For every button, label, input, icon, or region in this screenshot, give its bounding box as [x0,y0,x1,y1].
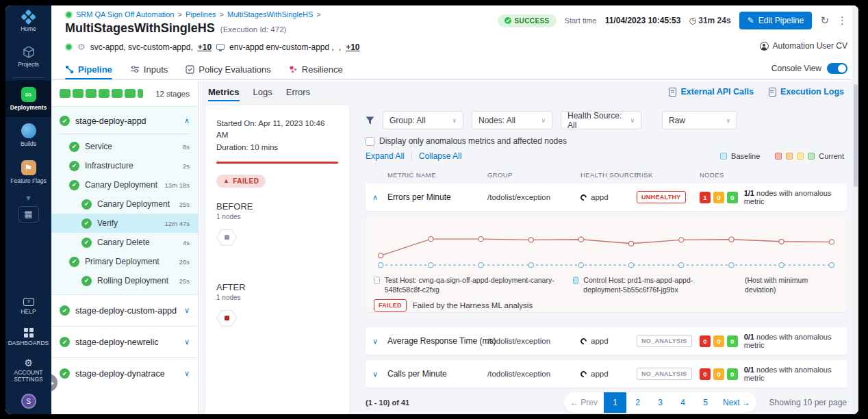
tab-resilience[interactable]: Resilience [289,59,343,79]
execution-logs-link[interactable]: Execution Logs [769,87,844,97]
col-nodes: NODES [700,171,724,179]
metric-row-avg-response-time[interactable]: ∨ Average Response Time (ms) /todolist/e… [366,327,847,355]
chevron-up-icon[interactable]: ∧ [184,116,190,125]
test-host-label: Test Host: cvng-qa-sign-off-appd-deploym… [385,275,555,294]
step-label: Infrastructure [85,161,177,170]
edit-pipeline-button[interactable]: ✎Edit Pipeline [739,12,813,29]
page-button-1[interactable]: 1 [604,392,626,413]
tab-label: Pipeline [78,64,112,75]
health-source-filter-select[interactable]: Health Source: All∨ [561,111,641,129]
refresh-icon[interactable]: ↻ [820,14,829,27]
external-api-calls-link[interactable]: External API Calls [669,87,754,97]
stage-group-dynatrace[interactable]: ✔ stage-deploy-dynatrace ∨ [51,357,198,389]
metric-row-calls-per-minute[interactable]: ∨ Calls per Minute /todolist/exception a… [366,360,847,388]
sidebar-item-label: DASHBOARDS [8,340,49,347]
breadcrumb-project[interactable]: SRM QA Sign Off Automation [76,10,174,18]
test-host-checkbox[interactable] [374,277,380,284]
success-check-icon: ✔ [60,305,70,316]
data-mode-select[interactable]: Raw∨ [662,111,737,129]
chevron-down-icon[interactable]: ∨ [372,360,378,388]
sidebar-item-help[interactable]: ? HELP [5,292,51,322]
step-service[interactable]: ✔ Service 8s [51,137,198,156]
failed-status-badge: ▲FAILED [216,175,266,188]
stage-group-newrelic[interactable]: ✔ stage-deploy-newrelic ∨ [51,326,198,357]
tab-metrics[interactable]: Metrics [208,87,240,101]
metric-chart-svg[interactable] [374,220,839,274]
scrollbar-thumb[interactable] [854,84,858,187]
group-filter-select[interactable]: Group: All∨ [383,111,463,129]
breadcrumb-separator: > [316,10,320,18]
sidebar-item-feature-flags[interactable]: ⚑ Feature Flags [5,154,51,191]
sidebar-item-home[interactable]: Home [5,5,51,39]
breadcrumb-pipelines[interactable]: Pipelines [186,10,216,18]
before-node-hexagon[interactable] [216,229,237,246]
sidebar-item-account-settings[interactable]: ⚙ ACCOUNT SETTINGS [5,353,51,390]
ml-failed-text: Failed by the Harness ML analysis [413,301,533,309]
metric-group: /todolist/exception [487,327,550,355]
red-node-chip: 1 [700,192,711,203]
tab-pipeline[interactable]: Pipeline [65,59,112,79]
tab-logs[interactable]: Logs [253,87,272,101]
vertical-scrollbar[interactable] [852,5,858,414]
current-orange-swatch [786,153,793,160]
stage-group-header[interactable]: ✔ stage-deploy-appd ∧ [51,107,198,134]
chevron-down-icon[interactable]: ∨ [184,369,190,378]
step-canary-delete[interactable]: ✔ Canary Delete 4s [51,233,198,252]
chevron-down-icon[interactable]: ∨ [184,306,190,315]
control-host-checkbox[interactable] [573,277,578,284]
node-summary: nodes with anomalous metric [744,333,832,349]
sidebar-item-deployments[interactable]: ∞ Deployments [5,81,51,118]
sidebar-item-builds[interactable]: Builds [5,117,51,154]
avatar[interactable]: S [21,394,36,409]
tab-inputs[interactable]: Inputs [130,59,168,79]
nodes-filter-select[interactable]: Nodes: All∨ [472,111,552,129]
step-canary-deployment[interactable]: ✔ Canary Deployment 25s [51,194,198,214]
tab-errors[interactable]: Errors [286,87,310,101]
yellow-node-chip: 0 [713,335,724,347]
chevron-up-icon[interactable]: ∧ [372,183,378,211]
stage-group-label: stage-deploy-custom-appd [75,306,179,316]
success-check-icon: ✔ [81,276,92,286]
col-metric-name: METRIC NAME [387,171,436,179]
chevron-down-icon[interactable]: ▼ [5,191,51,205]
chevron-down-icon[interactable]: ∨ [184,338,190,346]
breadcrumb-pipeline-name[interactable]: MultiStagesWithSingleHS [227,10,313,18]
page-button-2[interactable]: 2 [626,392,649,413]
success-check-icon: ✔ [69,257,79,267]
step-verify[interactable]: ✔ Verify 12m 47s [51,214,198,233]
console-view-toggle[interactable] [827,63,847,74]
module-selector-button[interactable]: ▦ [18,206,39,223]
srm-module-icon [65,11,73,18]
collapse-all-link[interactable]: Collapse All [419,151,462,161]
step-label: Primary Deployment [85,257,174,266]
kebab-menu-icon[interactable]: ⋮ [837,14,847,27]
page-button-3[interactable]: 3 [649,392,672,413]
health-source-name: appd [591,370,609,378]
sidebar-item-dashboards[interactable]: DASHBOARDS [5,322,51,353]
page-button-5[interactable]: 5 [694,392,717,413]
metric-row-errors-per-minute[interactable]: ∧ Errors per Minute /todolist/exception … [366,183,847,211]
filter-icon[interactable] [366,116,374,125]
edit-pipeline-label: Edit Pipeline [758,16,804,25]
step-canary-deployment-group[interactable]: ✔ Canary Deployment 13m 18s [51,175,198,194]
status-badge: SUCCESS [498,14,556,27]
help-icon: ? [23,298,34,306]
stage-group-custom-appd[interactable]: ✔ stage-deploy-custom-appd ∨ [51,294,198,326]
sidebar-item-projects[interactable]: Projects [5,39,51,75]
node-ratio: 1/1 [744,189,754,197]
prev-page-button[interactable]: ← Prev [564,392,604,413]
expand-all-link[interactable]: Expand All [366,151,405,161]
next-page-button[interactable]: Next → [717,392,756,413]
environments-more-link[interactable]: +10 [346,42,359,52]
chevron-down-icon[interactable]: ∨ [372,327,378,355]
step-rolling-deployment[interactable]: ✔ Rolling Deployment 25s [51,271,198,290]
page-button-4[interactable]: 4 [672,392,694,413]
step-infrastructure[interactable]: ✔ Infrastructure 2s [51,156,198,175]
tab-policy-evaluations[interactable]: Policy Evaluations [186,59,271,79]
anomalous-only-checkbox[interactable] [366,137,374,146]
services-more-link[interactable]: +10 [198,42,212,52]
step-primary-deployment[interactable]: ✔ Primary Deployment 26s [51,252,198,271]
after-node-hexagon[interactable] [216,309,237,327]
step-label: Service [85,142,177,151]
failed-label: FAILED [233,177,259,185]
